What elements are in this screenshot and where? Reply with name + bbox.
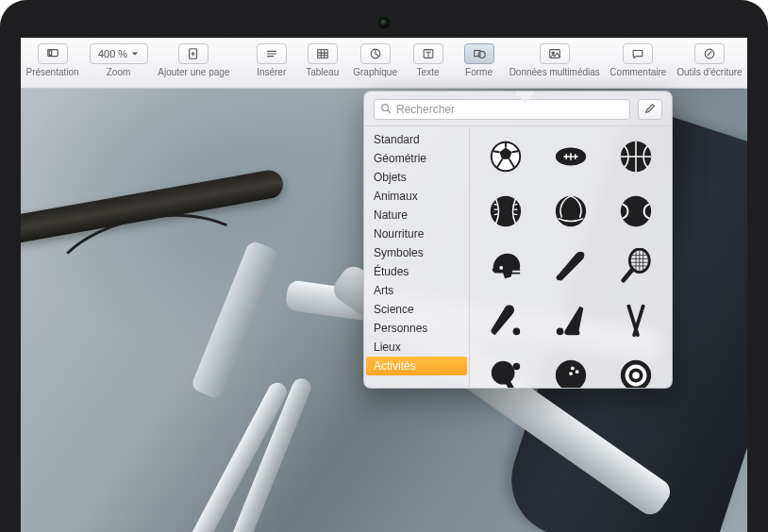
svg-point-24 (557, 328, 564, 336)
toolbar-item-table[interactable]: Tableau (303, 40, 342, 77)
shape-tennis-racket[interactable] (615, 245, 657, 287)
shape-grid[interactable] (470, 126, 672, 388)
svg-point-31 (571, 367, 575, 371)
shape-target[interactable] (615, 355, 657, 388)
svg-point-33 (569, 372, 573, 375)
shape-volleyball[interactable] (550, 191, 592, 232)
category-item[interactable]: Standard (364, 130, 469, 149)
chart-icon (369, 47, 382, 60)
svg-point-23 (513, 328, 521, 336)
toolbar-label: Données multimédias (509, 67, 600, 77)
category-item[interactable]: Activités (366, 357, 467, 375)
zoom-value: 400 % (98, 48, 127, 59)
svg-point-21 (557, 275, 562, 281)
toolbar-label: Forme (465, 67, 493, 77)
shape-icon (473, 47, 486, 60)
category-item[interactable]: Symboles (364, 243, 469, 262)
shape-cricket-bat[interactable] (485, 300, 526, 341)
category-item[interactable]: Arts (364, 281, 469, 300)
toolbar-label: Présentation (25, 67, 78, 77)
category-item[interactable]: Personnes (364, 319, 469, 338)
shape-baseball[interactable] (485, 191, 526, 232)
category-item[interactable]: Animaux (364, 187, 469, 206)
svg-point-17 (491, 196, 521, 226)
bezel-top (0, 0, 768, 38)
comment-icon (631, 47, 644, 60)
toolbar-label: Tableau (306, 67, 339, 77)
add-page-icon (187, 47, 200, 60)
toolbar-item-shape[interactable]: Forme (459, 40, 499, 77)
toolbar-item-markup[interactable]: Outils d’écriture (677, 40, 742, 77)
svg-point-9 (552, 52, 554, 54)
toolbar-item-text[interactable]: Texte (409, 40, 448, 77)
svg-rect-3 (317, 50, 327, 58)
category-item[interactable]: Nourriture (364, 224, 469, 243)
chevron-down-icon (131, 50, 139, 58)
shape-baseball-bat[interactable] (550, 245, 592, 287)
toolbar-item-presentation[interactable]: Présentation (26, 40, 78, 77)
svg-point-26 (641, 305, 644, 308)
svg-rect-1 (49, 51, 52, 55)
toolbar-item-comment[interactable]: Commentaire (610, 40, 666, 77)
shape-basketball[interactable] (615, 136, 657, 177)
shape-bowling-ball[interactable] (550, 355, 592, 388)
toolbar-label: Commentaire (609, 67, 666, 77)
toolbar-label: Texte (417, 67, 440, 77)
toolbar: Présentation 400 % Zoom (21, 38, 747, 89)
markup-icon (703, 47, 716, 60)
bezel-left (0, 38, 21, 532)
category-item[interactable]: Études (364, 262, 469, 281)
shape-tennis-ball[interactable] (615, 191, 657, 232)
bezel-right (747, 38, 768, 532)
category-item[interactable]: Nature (364, 206, 469, 224)
shape-ski-poles[interactable] (615, 300, 657, 341)
toolbar-item-insert[interactable]: Insérer (252, 40, 292, 77)
category-item[interactable]: Science (364, 300, 469, 319)
svg-point-25 (626, 305, 630, 308)
search-field[interactable] (374, 99, 630, 120)
shape-hockey-stick[interactable] (550, 300, 592, 341)
toolbar-item-chart[interactable]: Graphique (354, 40, 397, 77)
text-icon (422, 47, 435, 60)
table-icon (316, 47, 329, 60)
media-icon (548, 47, 561, 60)
toolbar-label: Ajouter une page (158, 67, 229, 77)
shape-soccer-ball[interactable] (485, 136, 526, 177)
shape-football-helmet[interactable] (485, 245, 526, 287)
svg-point-19 (621, 196, 651, 226)
search-input[interactable] (396, 103, 624, 116)
app-window: Présentation 400 % Zoom (21, 38, 747, 532)
category-list[interactable]: StandardGéométrieObjetsAnimauxNatureNour… (364, 126, 470, 388)
device-frame: Présentation 400 % Zoom (0, 0, 768, 532)
category-item[interactable]: Lieux (364, 338, 469, 357)
camera-icon (380, 19, 388, 26)
category-item[interactable]: Objets (364, 168, 469, 187)
search-icon (380, 103, 392, 116)
toolbar-label: Graphique (353, 67, 397, 77)
category-item[interactable]: Géométrie (364, 149, 469, 168)
svg-point-32 (576, 370, 579, 374)
svg-point-29 (513, 363, 521, 371)
svg-point-7 (478, 51, 485, 58)
popover-header (364, 91, 672, 125)
svg-point-37 (632, 372, 640, 379)
toolbar-item-media[interactable]: Données multimédias (510, 40, 599, 77)
toolbar-item-zoom[interactable]: 400 % Zoom (90, 40, 147, 77)
svg-point-20 (500, 266, 504, 270)
toolbar-item-add-page[interactable]: Ajouter une page (159, 40, 229, 77)
draw-shape-button[interactable] (638, 99, 662, 120)
toolbar-label: Insérer (257, 67, 286, 77)
toolbar-label: Outils d’écriture (676, 67, 742, 77)
insert-icon (265, 47, 278, 60)
svg-point-27 (492, 361, 515, 385)
shape-ping-pong[interactable] (485, 355, 526, 388)
toolbar-label: Zoom (107, 67, 131, 77)
shape-american-football[interactable] (550, 136, 592, 177)
presentation-icon (46, 47, 59, 60)
shapes-popover: StandardGéométrieObjetsAnimauxNatureNour… (363, 91, 673, 389)
pen-icon (643, 102, 657, 117)
